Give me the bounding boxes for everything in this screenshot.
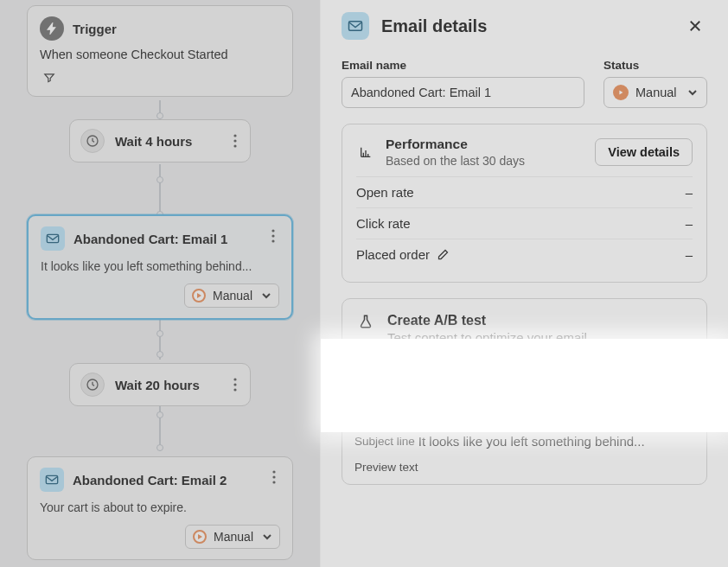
subject-card-title: Subject and sender xyxy=(380,392,635,407)
node-menu-button[interactable] xyxy=(263,466,285,488)
perf-value: – xyxy=(686,247,693,262)
flow-canvas[interactable]: Trigger When someone Checkout Started Wa… xyxy=(0,0,320,567)
subject-sender-card: Subject and sender Edit Subject line It … xyxy=(342,375,707,485)
svg-point-14 xyxy=(272,481,275,483)
status-select[interactable]: Manual xyxy=(603,77,707,108)
status-value: Manual xyxy=(635,86,677,99)
flow-node-wait-1[interactable]: Wait 4 hours xyxy=(69,119,251,162)
performance-subtitle: Based on the last 30 days xyxy=(386,154,525,168)
mail-icon xyxy=(41,226,65,251)
detail-panel: Email details Email name Status Ma xyxy=(320,0,728,567)
mail-icon xyxy=(342,12,369,40)
email-node-preview: Your cart is about to expire. xyxy=(40,500,280,514)
email-name-label: Email name xyxy=(342,59,584,72)
perf-row-click: Click rate – xyxy=(356,207,693,239)
email-status-chip[interactable]: Manual xyxy=(185,525,280,549)
svg-point-1 xyxy=(233,134,236,137)
wait-label: Wait 4 hours xyxy=(115,134,239,149)
svg-point-2 xyxy=(233,139,236,142)
svg-point-10 xyxy=(233,383,236,385)
panel-title: Email details xyxy=(381,16,671,36)
flow-node-email-1[interactable]: Abandoned Cart: Email 1 It looks like yo… xyxy=(27,214,293,320)
status-dot-icon xyxy=(613,85,629,100)
perf-row-open: Open rate – xyxy=(356,176,693,207)
svg-rect-15 xyxy=(46,475,57,483)
perf-label: Placed order xyxy=(356,247,430,262)
flask-icon xyxy=(356,313,375,330)
email-name-input[interactable] xyxy=(342,77,584,108)
edit-button[interactable]: Edit xyxy=(645,386,694,412)
perf-value: – xyxy=(686,216,693,231)
svg-point-3 xyxy=(233,144,236,147)
node-menu-button[interactable] xyxy=(224,130,246,152)
svg-rect-16 xyxy=(349,22,362,31)
trigger-title: Trigger xyxy=(73,22,117,36)
flow-node-email-2[interactable]: Abandoned Cart: Email 2 Your cart is abo… xyxy=(27,456,293,560)
clock-icon xyxy=(80,373,105,397)
chevron-down-icon xyxy=(687,89,698,96)
ab-test-subtitle: Test content to optimize your email xyxy=(387,330,587,345)
status-label: Manual xyxy=(213,289,252,303)
email-status-chip[interactable]: Manual xyxy=(184,284,279,308)
performance-card: Performance Based on the last 30 days Vi… xyxy=(342,124,707,283)
svg-point-4 xyxy=(271,229,274,232)
svg-point-13 xyxy=(272,475,275,478)
svg-point-5 xyxy=(271,234,274,237)
email-node-title: Abandoned Cart: Email 1 xyxy=(73,232,227,246)
flow-node-trigger[interactable]: Trigger When someone Checkout Started xyxy=(27,5,293,97)
preview-text-label: Preview text xyxy=(354,461,694,474)
status-label: Manual xyxy=(214,530,253,544)
trigger-body: When someone Checkout Started xyxy=(40,48,280,61)
view-details-button[interactable]: View details xyxy=(595,138,693,166)
email-node-title: Abandoned Cart: Email 2 xyxy=(73,473,227,487)
performance-title: Performance xyxy=(386,137,525,152)
email-node-preview: It looks like you left something behind.… xyxy=(41,259,279,273)
chevron-down-icon xyxy=(261,292,271,299)
perf-label: Open rate xyxy=(356,185,414,200)
bolt-icon xyxy=(40,16,64,41)
svg-point-11 xyxy=(233,388,236,391)
svg-point-12 xyxy=(272,470,275,473)
status-dot-icon xyxy=(193,530,207,544)
subject-line-value: It looks like you left something behind.… xyxy=(418,434,645,449)
edit-icon[interactable] xyxy=(437,248,450,261)
create-ab-test-card[interactable]: Create A/B test Test content to optimize… xyxy=(342,298,707,360)
mail-icon xyxy=(40,468,64,492)
ab-test-title: Create A/B test xyxy=(387,313,587,328)
status-label: Status xyxy=(603,59,707,72)
svg-point-9 xyxy=(233,378,236,380)
close-button[interactable] xyxy=(683,14,707,38)
flow-node-wait-2[interactable]: Wait 20 hours xyxy=(69,363,251,406)
perf-label: Click rate xyxy=(356,216,411,231)
filter-icon xyxy=(40,70,59,86)
node-menu-button[interactable] xyxy=(224,373,246,396)
clock-icon xyxy=(80,129,105,153)
perf-row-placed: Placed order – xyxy=(356,239,693,270)
perf-value: – xyxy=(686,185,693,200)
node-menu-button[interactable] xyxy=(262,225,284,247)
wait-label: Wait 20 hours xyxy=(115,378,239,392)
chevron-down-icon xyxy=(262,533,272,540)
svg-rect-7 xyxy=(47,234,58,242)
bar-chart-icon xyxy=(356,145,375,159)
svg-rect-17 xyxy=(356,395,369,405)
mail-icon xyxy=(354,393,370,405)
svg-point-6 xyxy=(271,239,274,242)
status-dot-icon xyxy=(192,289,206,303)
subject-line-label: Subject line xyxy=(354,435,415,448)
